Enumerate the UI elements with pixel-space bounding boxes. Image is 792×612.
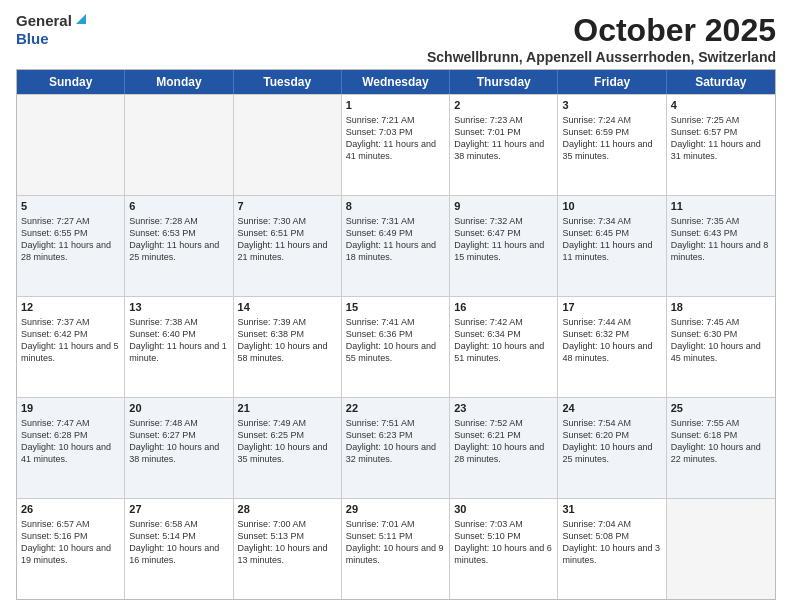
cell-date: 1 [346,98,445,113]
page: General Blue October 2025 Schwellbrunn, … [0,0,792,612]
cell-info: Sunrise: 7:41 AM Sunset: 6:36 PM Dayligh… [346,316,445,365]
cal-cell-4-4: 22Sunrise: 7:51 AM Sunset: 6:23 PM Dayli… [342,398,450,498]
cal-cell-5-1: 26Sunrise: 6:57 AM Sunset: 5:16 PM Dayli… [17,499,125,599]
cell-date: 16 [454,300,553,315]
title-block: October 2025 Schwellbrunn, Appenzell Aus… [427,12,776,65]
cal-cell-4-3: 21Sunrise: 7:49 AM Sunset: 6:25 PM Dayli… [234,398,342,498]
cell-date: 31 [562,502,661,517]
logo-general-text: General [16,12,72,30]
cell-date: 21 [238,401,337,416]
cell-info: Sunrise: 7:48 AM Sunset: 6:27 PM Dayligh… [129,417,228,466]
cal-cell-1-1 [17,95,125,195]
calendar-row-4: 19Sunrise: 7:47 AM Sunset: 6:28 PM Dayli… [17,397,775,498]
calendar-row-5: 26Sunrise: 6:57 AM Sunset: 5:16 PM Dayli… [17,498,775,599]
cell-info: Sunrise: 7:52 AM Sunset: 6:21 PM Dayligh… [454,417,553,466]
cal-cell-2-7: 11Sunrise: 7:35 AM Sunset: 6:43 PM Dayli… [667,196,775,296]
cell-date: 3 [562,98,661,113]
cell-info: Sunrise: 7:32 AM Sunset: 6:47 PM Dayligh… [454,215,553,264]
cell-info: Sunrise: 7:21 AM Sunset: 7:03 PM Dayligh… [346,114,445,163]
cell-date: 20 [129,401,228,416]
cell-info: Sunrise: 7:35 AM Sunset: 6:43 PM Dayligh… [671,215,771,264]
cell-date: 26 [21,502,120,517]
cell-date: 11 [671,199,771,214]
logo-triangle-icon [74,12,88,30]
cal-cell-3-6: 17Sunrise: 7:44 AM Sunset: 6:32 PM Dayli… [558,297,666,397]
cal-cell-5-6: 31Sunrise: 7:04 AM Sunset: 5:08 PM Dayli… [558,499,666,599]
cal-cell-4-7: 25Sunrise: 7:55 AM Sunset: 6:18 PM Dayli… [667,398,775,498]
cell-info: Sunrise: 7:55 AM Sunset: 6:18 PM Dayligh… [671,417,771,466]
cell-info: Sunrise: 7:00 AM Sunset: 5:13 PM Dayligh… [238,518,337,567]
cal-cell-4-6: 24Sunrise: 7:54 AM Sunset: 6:20 PM Dayli… [558,398,666,498]
cal-cell-3-7: 18Sunrise: 7:45 AM Sunset: 6:30 PM Dayli… [667,297,775,397]
cal-cell-2-3: 7Sunrise: 7:30 AM Sunset: 6:51 PM Daylig… [234,196,342,296]
cell-date: 10 [562,199,661,214]
cell-info: Sunrise: 7:24 AM Sunset: 6:59 PM Dayligh… [562,114,661,163]
cell-date: 29 [346,502,445,517]
col-header-monday: Monday [125,70,233,94]
cell-info: Sunrise: 7:54 AM Sunset: 6:20 PM Dayligh… [562,417,661,466]
cell-date: 30 [454,502,553,517]
col-header-sunday: Sunday [17,70,125,94]
header: General Blue October 2025 Schwellbrunn, … [16,12,776,65]
cell-info: Sunrise: 7:51 AM Sunset: 6:23 PM Dayligh… [346,417,445,466]
cal-cell-5-3: 28Sunrise: 7:00 AM Sunset: 5:13 PM Dayli… [234,499,342,599]
cell-info: Sunrise: 7:28 AM Sunset: 6:53 PM Dayligh… [129,215,228,264]
cell-date: 17 [562,300,661,315]
cell-date: 27 [129,502,228,517]
cal-cell-5-7 [667,499,775,599]
calendar-body: 1Sunrise: 7:21 AM Sunset: 7:03 PM Daylig… [17,94,775,599]
cal-cell-1-7: 4Sunrise: 7:25 AM Sunset: 6:57 PM Daylig… [667,95,775,195]
calendar-row-3: 12Sunrise: 7:37 AM Sunset: 6:42 PM Dayli… [17,296,775,397]
cal-cell-2-6: 10Sunrise: 7:34 AM Sunset: 6:45 PM Dayli… [558,196,666,296]
cell-info: Sunrise: 7:01 AM Sunset: 5:11 PM Dayligh… [346,518,445,567]
cell-info: Sunrise: 7:27 AM Sunset: 6:55 PM Dayligh… [21,215,120,264]
cal-cell-4-1: 19Sunrise: 7:47 AM Sunset: 6:28 PM Dayli… [17,398,125,498]
cell-info: Sunrise: 7:45 AM Sunset: 6:30 PM Dayligh… [671,316,771,365]
cal-cell-1-2 [125,95,233,195]
cal-cell-1-4: 1Sunrise: 7:21 AM Sunset: 7:03 PM Daylig… [342,95,450,195]
calendar-header-row: SundayMondayTuesdayWednesdayThursdayFrid… [17,70,775,94]
cell-date: 4 [671,98,771,113]
cal-cell-2-5: 9Sunrise: 7:32 AM Sunset: 6:47 PM Daylig… [450,196,558,296]
cell-date: 28 [238,502,337,517]
cell-info: Sunrise: 7:34 AM Sunset: 6:45 PM Dayligh… [562,215,661,264]
calendar-row-2: 5Sunrise: 7:27 AM Sunset: 6:55 PM Daylig… [17,195,775,296]
cal-cell-1-5: 2Sunrise: 7:23 AM Sunset: 7:01 PM Daylig… [450,95,558,195]
cell-info: Sunrise: 7:30 AM Sunset: 6:51 PM Dayligh… [238,215,337,264]
cell-date: 22 [346,401,445,416]
logo: General Blue [16,12,88,48]
cell-info: Sunrise: 6:57 AM Sunset: 5:16 PM Dayligh… [21,518,120,567]
cell-date: 8 [346,199,445,214]
cell-date: 2 [454,98,553,113]
location: Schwellbrunn, Appenzell Ausserrhoden, Sw… [427,49,776,65]
cal-cell-5-5: 30Sunrise: 7:03 AM Sunset: 5:10 PM Dayli… [450,499,558,599]
cell-info: Sunrise: 7:44 AM Sunset: 6:32 PM Dayligh… [562,316,661,365]
cal-cell-2-2: 6Sunrise: 7:28 AM Sunset: 6:53 PM Daylig… [125,196,233,296]
cell-info: Sunrise: 7:25 AM Sunset: 6:57 PM Dayligh… [671,114,771,163]
cal-cell-4-2: 20Sunrise: 7:48 AM Sunset: 6:27 PM Dayli… [125,398,233,498]
cell-info: Sunrise: 7:39 AM Sunset: 6:38 PM Dayligh… [238,316,337,365]
cell-date: 6 [129,199,228,214]
col-header-friday: Friday [558,70,666,94]
cell-date: 23 [454,401,553,416]
cell-date: 15 [346,300,445,315]
cell-info: Sunrise: 7:38 AM Sunset: 6:40 PM Dayligh… [129,316,228,365]
cell-info: Sunrise: 7:49 AM Sunset: 6:25 PM Dayligh… [238,417,337,466]
logo-blue-text: Blue [16,30,49,47]
cell-date: 5 [21,199,120,214]
cal-cell-3-4: 15Sunrise: 7:41 AM Sunset: 6:36 PM Dayli… [342,297,450,397]
cell-info: Sunrise: 7:37 AM Sunset: 6:42 PM Dayligh… [21,316,120,365]
calendar: SundayMondayTuesdayWednesdayThursdayFrid… [16,69,776,600]
col-header-saturday: Saturday [667,70,775,94]
cal-cell-3-5: 16Sunrise: 7:42 AM Sunset: 6:34 PM Dayli… [450,297,558,397]
cell-date: 24 [562,401,661,416]
cell-info: Sunrise: 7:03 AM Sunset: 5:10 PM Dayligh… [454,518,553,567]
cell-date: 19 [21,401,120,416]
cal-cell-5-4: 29Sunrise: 7:01 AM Sunset: 5:11 PM Dayli… [342,499,450,599]
cell-date: 13 [129,300,228,315]
cell-date: 14 [238,300,337,315]
cell-date: 7 [238,199,337,214]
cell-date: 9 [454,199,553,214]
calendar-row-1: 1Sunrise: 7:21 AM Sunset: 7:03 PM Daylig… [17,94,775,195]
col-header-thursday: Thursday [450,70,558,94]
